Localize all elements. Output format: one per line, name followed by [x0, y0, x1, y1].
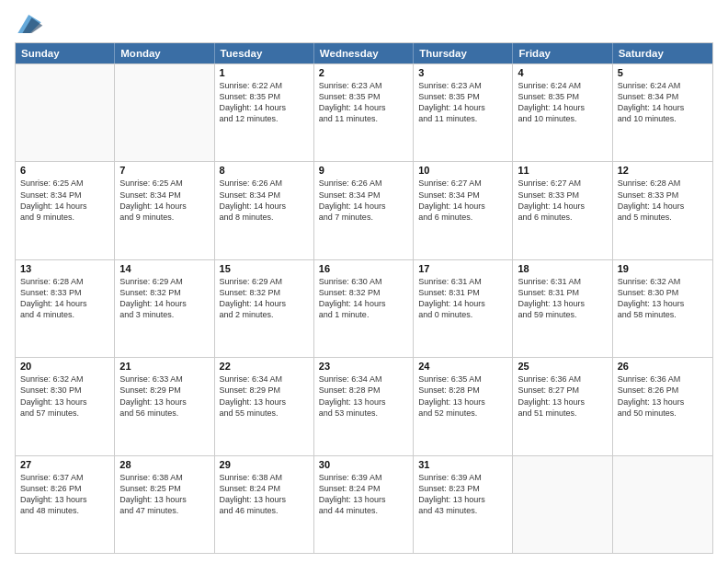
cal-cell: 27Sunrise: 6:37 AMSunset: 8:26 PMDayligh…: [16, 456, 115, 553]
cal-cell: [16, 64, 115, 161]
cell-info-line: Daylight: 13 hours: [618, 396, 708, 408]
cell-info-line: Sunset: 8:34 PM: [119, 190, 209, 201]
cell-info-line: and 7 minutes.: [319, 212, 408, 223]
cal-cell: 19Sunrise: 6:32 AMSunset: 8:30 PMDayligh…: [613, 260, 712, 357]
cal-cell: [115, 64, 214, 161]
cal-header-cell-sunday: Sunday: [16, 43, 115, 63]
cell-info-line: Daylight: 13 hours: [220, 396, 309, 408]
day-number: 14: [119, 263, 209, 274]
cell-info-line: and 0 minutes.: [418, 309, 507, 320]
day-number: 20: [20, 361, 109, 372]
day-number: 1: [220, 67, 309, 78]
cal-cell: 1Sunrise: 6:22 AMSunset: 8:35 PMDaylight…: [215, 64, 314, 161]
cell-info-line: Daylight: 14 hours: [418, 201, 507, 212]
cal-cell: 15Sunrise: 6:29 AMSunset: 8:32 PMDayligh…: [215, 260, 314, 357]
day-number: 4: [518, 67, 607, 78]
cell-info-line: Daylight: 13 hours: [119, 396, 209, 408]
cal-cell: 28Sunrise: 6:38 AMSunset: 8:25 PMDayligh…: [115, 456, 214, 553]
cal-week-row: 20Sunrise: 6:32 AMSunset: 8:30 PMDayligh…: [16, 357, 712, 454]
cell-info-line: Sunset: 8:34 PM: [20, 190, 109, 201]
logo-icon: [15, 11, 44, 37]
cell-info-line: and 53 minutes.: [319, 408, 408, 419]
cell-info-line: Daylight: 13 hours: [319, 396, 408, 408]
cell-info-line: Daylight: 14 hours: [220, 201, 309, 212]
cell-info-line: Sunrise: 6:29 AM: [119, 276, 209, 287]
cell-info-line: and 52 minutes.: [418, 408, 507, 419]
cal-cell: 30Sunrise: 6:39 AMSunset: 8:24 PMDayligh…: [314, 456, 414, 553]
cal-cell: 12Sunrise: 6:28 AMSunset: 8:33 PMDayligh…: [613, 162, 712, 259]
cell-info-line: Daylight: 14 hours: [618, 102, 708, 113]
cell-info-line: and 1 minute.: [319, 309, 408, 320]
cal-cell: 31Sunrise: 6:39 AMSunset: 8:23 PMDayligh…: [414, 456, 513, 553]
cal-cell: 9Sunrise: 6:26 AMSunset: 8:34 PMDaylight…: [314, 162, 414, 259]
day-number: 26: [618, 361, 708, 372]
cell-info-line: Sunset: 8:34 PM: [319, 190, 408, 201]
cell-info-line: Daylight: 14 hours: [319, 298, 408, 309]
cell-info-line: Sunrise: 6:25 AM: [20, 178, 109, 189]
cal-cell: 22Sunrise: 6:34 AMSunset: 8:29 PMDayligh…: [215, 358, 314, 454]
cell-info-line: and 46 minutes.: [220, 505, 309, 516]
cal-cell: 26Sunrise: 6:36 AMSunset: 8:26 PMDayligh…: [613, 358, 712, 454]
cal-header-cell-thursday: Thursday: [414, 43, 513, 63]
cell-info-line: Daylight: 14 hours: [418, 102, 507, 113]
day-number: 22: [220, 361, 309, 372]
cell-info-line: Sunrise: 6:31 AM: [518, 276, 607, 287]
cal-cell: 6Sunrise: 6:25 AMSunset: 8:34 PMDaylight…: [16, 162, 115, 259]
day-number: 16: [319, 263, 408, 274]
cell-info-line: Sunrise: 6:39 AM: [418, 472, 507, 483]
day-number: 7: [119, 165, 209, 176]
cell-info-line: Daylight: 14 hours: [119, 298, 209, 309]
cal-header-cell-wednesday: Wednesday: [314, 43, 414, 63]
cell-info-line: Sunrise: 6:25 AM: [119, 178, 209, 189]
cell-info-line: and 6 minutes.: [518, 212, 607, 223]
cell-info-line: Daylight: 14 hours: [20, 201, 109, 212]
cal-cell: 24Sunrise: 6:35 AMSunset: 8:28 PMDayligh…: [414, 358, 513, 454]
cell-info-line: Sunrise: 6:38 AM: [220, 472, 309, 483]
cell-info-line: Daylight: 14 hours: [319, 201, 408, 212]
cell-info-line: Sunrise: 6:35 AM: [418, 373, 507, 385]
cal-week-row: 1Sunrise: 6:22 AMSunset: 8:35 PMDaylight…: [16, 63, 712, 161]
cell-info-line: Daylight: 14 hours: [20, 298, 109, 309]
cal-week-row: 6Sunrise: 6:25 AMSunset: 8:34 PMDaylight…: [16, 161, 712, 259]
day-number: 30: [319, 459, 408, 470]
day-number: 3: [418, 67, 507, 78]
cal-cell: [513, 456, 612, 553]
cell-info-line: Sunrise: 6:27 AM: [518, 178, 607, 189]
cell-info-line: Daylight: 14 hours: [618, 201, 708, 212]
cell-info-line: and 57 minutes.: [20, 408, 109, 419]
cell-info-line: and 59 minutes.: [518, 309, 607, 320]
day-number: 19: [618, 263, 708, 274]
cell-info-line: and 5 minutes.: [618, 212, 708, 223]
cell-info-line: and 4 minutes.: [20, 309, 109, 320]
cal-header-cell-friday: Friday: [513, 43, 612, 63]
day-number: 10: [418, 165, 507, 176]
cell-info-line: Sunset: 8:35 PM: [319, 91, 408, 102]
calendar-header: SundayMondayTuesdayWednesdayThursdayFrid…: [16, 43, 712, 63]
cell-info-line: Sunset: 8:33 PM: [518, 190, 607, 201]
calendar-body: 1Sunrise: 6:22 AMSunset: 8:35 PMDaylight…: [16, 63, 712, 553]
cell-info-line: Sunset: 8:35 PM: [220, 91, 309, 102]
cell-info-line: Daylight: 13 hours: [618, 298, 708, 309]
day-number: 27: [20, 459, 109, 470]
cell-info-line: Daylight: 13 hours: [418, 494, 507, 505]
cell-info-line: Daylight: 14 hours: [518, 201, 607, 212]
cell-info-line: and 11 minutes.: [418, 113, 507, 124]
cell-info-line: and 44 minutes.: [319, 505, 408, 516]
day-number: 31: [418, 459, 507, 470]
cell-info-line: Sunset: 8:33 PM: [618, 190, 708, 201]
cell-info-line: Sunset: 8:34 PM: [418, 190, 507, 201]
cell-info-line: Sunset: 8:24 PM: [220, 483, 309, 494]
day-number: 23: [319, 361, 408, 372]
day-number: 8: [220, 165, 309, 176]
cell-info-line: Sunrise: 6:24 AM: [518, 80, 607, 91]
cal-cell: 18Sunrise: 6:31 AMSunset: 8:31 PMDayligh…: [513, 260, 612, 357]
cal-cell: 7Sunrise: 6:25 AMSunset: 8:34 PMDaylight…: [115, 162, 214, 259]
cell-info-line: Daylight: 14 hours: [518, 102, 607, 113]
cell-info-line: Sunrise: 6:32 AM: [618, 276, 708, 287]
cell-info-line: Sunset: 8:29 PM: [119, 385, 209, 396]
cell-info-line: and 48 minutes.: [20, 505, 109, 516]
cell-info-line: Sunset: 8:30 PM: [20, 385, 109, 396]
cell-info-line: Daylight: 13 hours: [20, 494, 109, 505]
cell-info-line: Sunset: 8:31 PM: [518, 287, 607, 298]
day-number: 29: [220, 459, 309, 470]
